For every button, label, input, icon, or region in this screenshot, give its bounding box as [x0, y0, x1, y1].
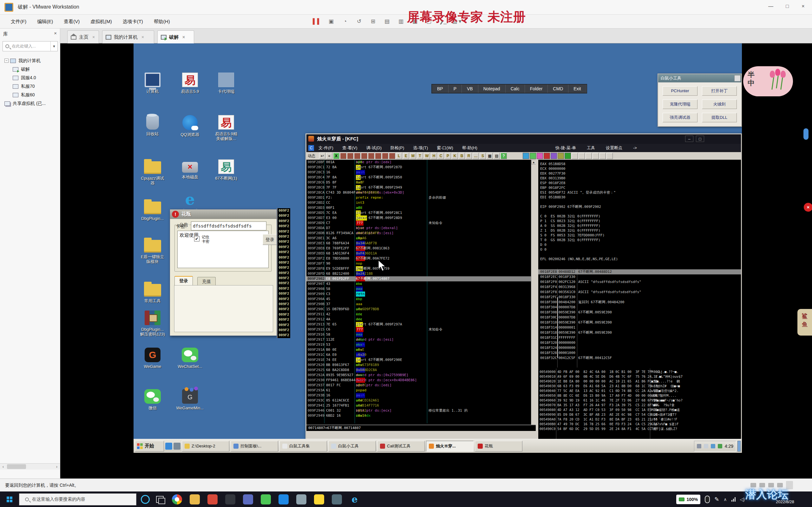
- debugger-menu-item[interactable]: 窗-口(W): [437, 144, 453, 152]
- desktop-icon[interactable]: 常用工具: [135, 282, 170, 303]
- disasm-row[interactable]: 009F2909C3retn: [306, 291, 536, 297]
- mouse-tool-button[interactable]: 火绒剑: [702, 100, 737, 109]
- debugger-system-icon[interactable]: C: [308, 145, 314, 151]
- disasm-row[interactable]: 009F290743inc ebx: [306, 281, 536, 286]
- folder-icon[interactable]: [190, 494, 200, 504]
- tab-home[interactable]: 主页×: [67, 31, 99, 43]
- mouse-tool-window[interactable]: 白鼠小工具 PCHunter打开补丁克隆代理端火绒剑强壳调试器提取DLL: [658, 73, 742, 127]
- tab-recharge[interactable]: 充值: [197, 277, 216, 285]
- panel-button-E[interactable]: E: [403, 153, 409, 159]
- desktop-icon[interactable]: GWeGameMin...: [172, 389, 208, 410]
- vm-task-button[interactable]: Call测试工具: [377, 441, 425, 452]
- menu-item[interactable]: 查看(V): [64, 14, 80, 29]
- tab-my-computer[interactable]: 我的计算机×: [102, 31, 154, 43]
- network-icon[interactable]: [731, 497, 735, 502]
- trace-icon-2[interactable]: [347, 153, 353, 159]
- dump-row[interactable]: 005490C054 BF 6D DC 29 5D D5 99 2E 24 8A…: [538, 427, 741, 431]
- take-snapshot-icon[interactable]: ◔: [340, 17, 350, 26]
- library-search[interactable]: 在此处键入... ▼: [3, 41, 58, 51]
- menu-item[interactable]: 选项卡(T): [123, 14, 143, 29]
- debugger-restore-button[interactable]: □: [696, 135, 704, 142]
- stack-row[interactable]: 0018F2F400313968: [538, 285, 741, 290]
- trace-icon-7[interactable]: [382, 153, 388, 159]
- purple-app-icon[interactable]: [243, 494, 253, 504]
- tab-close-icon[interactable]: ×: [92, 35, 95, 40]
- dump-row[interactable]: 00549010A9 6F 69 00 0B 4C 5E D6 D6 4B 7C…: [538, 374, 741, 379]
- scroll-left-icon[interactable]: ‹: [0, 464, 6, 469]
- red-app-icon[interactable]: [207, 494, 217, 504]
- dump-row[interactable]: 0054909085 D9 D8 67 3C 8F AB 23 AE 2E 6C…: [538, 412, 741, 417]
- disasm-row[interactable]: 009F28F790nop: [306, 261, 536, 266]
- desktop-icon[interactable]: DbgPlugin...: [135, 200, 170, 221]
- vm-shortcut-calc[interactable]: Calc: [506, 84, 525, 93]
- stack-row[interactable]: 0018F2FC0018F330: [538, 295, 741, 300]
- disasm-row[interactable]: 009F28C87F 7Fjg short 67不断网.009F2949: [306, 185, 536, 190]
- disasm-row[interactable]: 009F28D2CCint3: [306, 200, 536, 205]
- login-button[interactable]: 登录: [263, 234, 277, 245]
- scroll-up-icon[interactable]: ▲: [531, 160, 536, 164]
- disasm-row[interactable]: 009F28C172 BAjb short 67不断网.009F287D: [306, 165, 536, 170]
- disasm-row[interactable]: 009F28C47F 8Ajg short 67不断网.009F2850: [306, 175, 536, 180]
- vm-screen[interactable]: 计算机回收站Cpujazz调试 器DbgPlugin...E盾一键独立 版模块常…: [134, 43, 742, 453]
- debugger-menu-item[interactable]: 调-试(D): [366, 144, 382, 152]
- disasm-row[interactable]: 009F28F2E8 7BD50800call 67不断网.00A7FE72: [306, 256, 536, 261]
- monitor-app-icon[interactable]: [278, 494, 289, 504]
- disasm-row[interactable]: 009F291C6A E0push -0x20: [306, 352, 536, 357]
- sidebar-item[interactable]: 私服70: [0, 82, 60, 91]
- plugin-icon-2[interactable]: [530, 153, 536, 159]
- stack-row[interactable]: 0018F30C000007D8: [538, 315, 741, 320]
- stack-row[interactable]: 0018F3180059E39067不断网.0059E390: [538, 330, 741, 335]
- disasm-row[interactable]: 009F290C15 DB7B9F6Dadc eax,0x6D9F7BDB: [306, 307, 536, 312]
- plugin-icon-6[interactable]: [558, 153, 564, 159]
- debugger-window[interactable]: 烛火※穿盾 - [KFC] – □ C 文-件(F)查-看(V)调-试(D)防检…: [305, 133, 742, 440]
- disasm-row[interactable]: 009F28DB8126 FF349ACAand dword ptr ds:[e…: [306, 231, 536, 236]
- battery-indicator[interactable]: 100%: [676, 495, 700, 504]
- disasm-row[interactable]: 009F28D57C EAjl short 67不断网.009F28C1: [306, 210, 536, 216]
- pen-settings-icon[interactable]: ✎: [714, 496, 719, 503]
- desktop-icon[interactable]: 卡代理端: [208, 72, 244, 94]
- minimize-button[interactable]: —: [763, 0, 778, 13]
- disasm-row[interactable]: 009F2930FF9461 86BE844(call dword ptr ds…: [306, 378, 536, 383]
- status-network-icon[interactable]: [768, 483, 774, 487]
- sidebar-item[interactable]: 国服4.0: [0, 73, 60, 82]
- disasm-row[interactable]: 009F290858pop eax: [306, 286, 536, 291]
- disasm-row[interactable]: 009F28C6D5 8Faad 0x8F: [306, 180, 536, 185]
- panel-button-R[interactable]: R: [466, 153, 472, 159]
- mouse-tool-button[interactable]: 强壳调试器: [663, 113, 698, 122]
- dump-row[interactable]: 0054906039 92 9D 19 61 16 1C 46 7E 2F 73…: [538, 398, 741, 403]
- panel-button-B[interactable]: B: [459, 153, 465, 159]
- disasm-row[interactable]: 009F2915C6???未知命令: [306, 327, 536, 332]
- mouse-tool-titlebar[interactable]: 白鼠小工具: [658, 74, 741, 82]
- status-cd-icon[interactable]: [759, 483, 765, 487]
- car-app-icon[interactable]: [314, 494, 324, 504]
- disassembly-pane[interactable]: 009F28BF001Aadd byte ptr ds:[edx],bl009F…: [306, 160, 536, 424]
- vm-start-button[interactable]: 开始: [135, 441, 164, 452]
- spider-app-icon[interactable]: [225, 494, 235, 504]
- status-hdd-icon[interactable]: [751, 483, 756, 487]
- manage-snapshots-icon[interactable]: ⊞: [368, 17, 378, 26]
- trace-icon-1[interactable]: [340, 153, 346, 159]
- quicklaunch-icon-1[interactable]: [165, 443, 172, 450]
- disasm-row[interactable]: 009F2946C001 32rol byte ptr ds:[ecx],0x3…: [306, 408, 536, 413]
- stack-row[interactable]: 0018F32000000000: [538, 340, 741, 345]
- send-ctrl-alt-del-icon[interactable]: ▣: [326, 17, 336, 26]
- disasm-row[interactable]: 009F28F8E9 5CDEBFFFjmp 67不断网.005F0759: [306, 266, 536, 271]
- vm-task-button[interactable]: 白鼠小工具: [328, 441, 376, 452]
- mouse-tool-button[interactable]: 克隆代理端: [663, 100, 698, 109]
- vase-dialog[interactable]: ! 花瓶 公告 欢迎使用 登录 充值 卡密: dfssdffdsdfsfsdsd…: [170, 209, 277, 336]
- registers-pane[interactable]: EAX 051B8D58ECX 00000000EDX 00277F30EBX …: [538, 160, 741, 268]
- vm-task-button[interactable]: 花瓶: [475, 441, 522, 452]
- disasm-row[interactable]: 009F2917112Eadc dword ptr ds:[esi],ebp: [306, 337, 536, 342]
- cortana-icon[interactable]: [141, 495, 150, 504]
- plugin-icon-7[interactable]: [565, 153, 571, 159]
- maximize-button[interactable]: □: [780, 0, 795, 13]
- tab-pojie[interactable]: 破解×: [157, 31, 194, 43]
- stack-row[interactable]: 0018F30000484200返回到 67不断网.00484200: [538, 300, 741, 305]
- stack-row[interactable]: 0018F2E800488D1267不断网.00488D12: [538, 269, 741, 274]
- stack-row[interactable]: 0018F3080059E39067不断网.0059E390: [538, 310, 741, 315]
- go-back-icon[interactable]: ↩: [319, 153, 325, 159]
- tree-expander-icon[interactable]: −: [4, 59, 9, 63]
- trace-icon-6[interactable]: [375, 153, 381, 159]
- disasm-row[interactable]: 009F28D1F2:prefix repne:多余的前缀: [306, 195, 536, 200]
- card-key-input[interactable]: dfssdffdsdfsfsdsdfsdfs: [191, 222, 266, 230]
